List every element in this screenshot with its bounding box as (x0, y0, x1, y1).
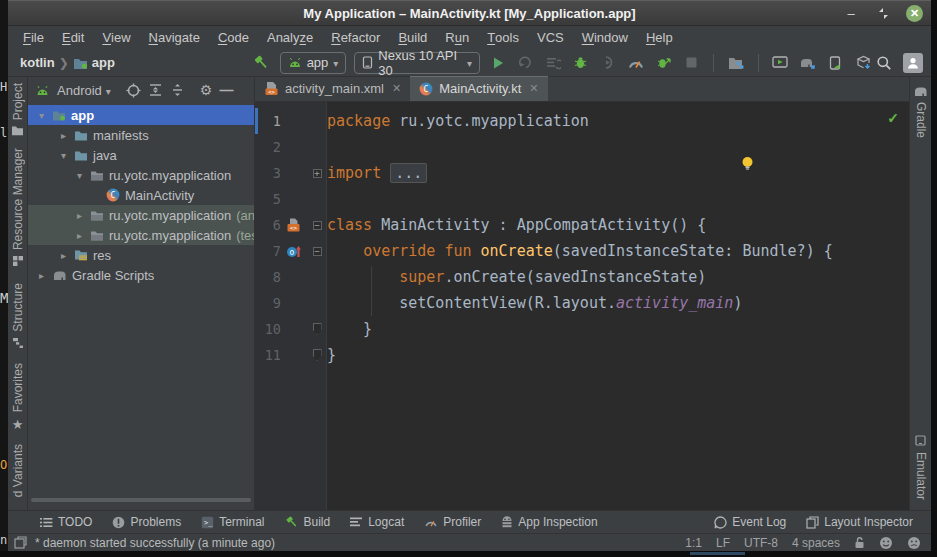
line-number[interactable]: 8 (255, 269, 281, 285)
sidebar-item-structure[interactable]: Structure (11, 283, 25, 349)
menu-build[interactable]: Build (389, 26, 436, 49)
tree-item-mainactivity[interactable]: C MainActivity (28, 185, 254, 205)
build-button[interactable]: Build (277, 511, 339, 533)
tree-item-package-androidtest[interactable]: ▸ ru.yotc.myapplication (and (28, 205, 254, 225)
menu-file[interactable]: File (14, 26, 53, 49)
code-line[interactable]: 5 (255, 186, 909, 212)
tab-mainactivity-kt[interactable]: C MainActivity.kt ✕ (410, 76, 547, 101)
intention-lightbulb-icon[interactable] (741, 156, 754, 171)
layout-inspector-button[interactable]: Layout Inspector (798, 511, 921, 533)
menu-help[interactable]: Help (637, 26, 682, 49)
sidebar-item-favorites[interactable]: Favorites ★ (11, 363, 25, 432)
sidebar-item-build-variants[interactable]: d Variants (11, 444, 25, 497)
tree-item-java[interactable]: ▾ java (28, 145, 254, 165)
tab-activity-main-xml[interactable]: <> activity_main.xml ✕ (255, 76, 410, 101)
chevron-expanded-icon[interactable]: ▾ (74, 170, 85, 181)
profiler-button[interactable] (626, 52, 646, 74)
sad-face-icon[interactable] (907, 536, 921, 550)
line-number[interactable]: 7 (255, 243, 281, 259)
close-tab-icon[interactable]: ✕ (392, 82, 401, 95)
fold-end-icon[interactable] (313, 323, 322, 335)
fold-collapse-icon[interactable]: − (313, 221, 322, 230)
tree-item-gradle-scripts[interactable]: ▸ Gradle Scripts (28, 265, 254, 285)
code-line[interactable]: 2 (255, 134, 909, 160)
chevron-collapsed-icon[interactable]: ▸ (74, 230, 85, 241)
user-avatar[interactable] (903, 53, 923, 73)
project-view-selector[interactable]: Android (57, 83, 102, 98)
collapse-all-button[interactable] (170, 83, 185, 97)
code-line[interactable]: 3 + import ... (255, 160, 909, 186)
overrides-method-icon[interactable]: o (286, 245, 302, 258)
terminal-button[interactable]: >_ Terminal (193, 511, 272, 533)
tree-item-app[interactable]: ▾ app (28, 105, 254, 125)
event-log-button[interactable]: Event Log (706, 511, 794, 533)
sidebar-item-emulator[interactable]: Emulator (914, 434, 928, 500)
build-hammer-button[interactable] (252, 52, 272, 74)
chevron-collapsed-icon[interactable]: ▸ (58, 130, 69, 141)
sdk-manager-button[interactable] (853, 52, 873, 74)
tree-item-package-main[interactable]: ▾ ru.yotc.myapplication (28, 165, 254, 185)
running-devices-button[interactable] (770, 52, 790, 74)
file-encoding[interactable]: UTF-8 (744, 536, 778, 550)
fold-end-icon[interactable] (313, 349, 322, 361)
unlock-icon[interactable] (854, 536, 865, 549)
menu-vcs[interactable]: VCS (528, 26, 573, 49)
logcat-button[interactable]: Logcat (342, 511, 412, 533)
fold-expand-icon[interactable]: + (313, 169, 322, 178)
code-line[interactable]: 11 } (255, 342, 909, 368)
close-button[interactable]: ✕ (906, 5, 923, 22)
code-line[interactable]: 1 package ru.yotc.myapplication (255, 108, 909, 134)
device-file-explorer-button[interactable] (726, 52, 746, 74)
folded-region[interactable]: ... (390, 163, 427, 183)
line-number[interactable]: 2 (255, 139, 281, 155)
breadcrumb-module[interactable]: kotlin (20, 55, 55, 70)
tree-item-manifests[interactable]: ▸ manifests (28, 125, 254, 145)
menu-analyze[interactable]: Analyze (258, 26, 322, 49)
apply-changes-button[interactable] (516, 52, 536, 74)
chevron-expanded-icon[interactable]: ▾ (36, 110, 47, 121)
sidebar-item-resource-manager[interactable]: Resource Manager (11, 148, 25, 267)
gear-icon[interactable]: ⚙ (200, 82, 213, 98)
status-message[interactable]: * daemon started successfully (a minute … (35, 536, 275, 550)
minimize-button[interactable]: – (842, 4, 860, 22)
close-tab-icon[interactable]: ✕ (529, 82, 538, 95)
tree-item-res[interactable]: ▸ res (28, 245, 254, 265)
gradle-sync-button[interactable] (798, 52, 818, 74)
code-line[interactable]: 10 } (255, 316, 909, 342)
code-line[interactable]: 9 setContentView(R.layout.activity_main) (255, 290, 909, 316)
sidebar-item-project[interactable]: Project (11, 83, 25, 136)
breadcrumb-item[interactable]: app (92, 55, 115, 70)
menu-run[interactable]: Run (436, 26, 478, 49)
chevron-collapsed-icon[interactable]: ▸ (74, 210, 85, 221)
debug-button[interactable] (571, 52, 591, 74)
menu-navigate[interactable]: Navigate (140, 26, 209, 49)
problems-button[interactable]: Problems (104, 511, 189, 533)
menu-window[interactable]: Window (573, 26, 637, 49)
code-line[interactable]: 6 <> − class MainActivity : AppCompatAct… (255, 212, 909, 238)
happy-face-icon[interactable] (879, 536, 893, 550)
profiler-tab-button[interactable]: Profiler (416, 511, 489, 533)
line-number[interactable]: 1 (255, 113, 281, 129)
run-configuration-select[interactable]: app (280, 52, 347, 74)
menu-edit[interactable]: Edit (53, 26, 93, 49)
code-line[interactable]: 7 o − override fun onCreate(savedInstanc… (255, 238, 909, 264)
device-select[interactable]: Nexus 10 API 30 (354, 52, 480, 74)
sidebar-item-gradle[interactable]: Gradle (913, 85, 928, 138)
chevron-collapsed-icon[interactable]: ▸ (58, 250, 69, 261)
caret-position[interactable]: 1:1 (685, 536, 702, 550)
search-everywhere-button[interactable] (873, 52, 895, 74)
line-number[interactable]: 6 (255, 217, 281, 233)
apply-code-changes-button[interactable] (543, 52, 563, 74)
line-number[interactable]: 5 (255, 191, 281, 207)
locate-file-button[interactable] (126, 83, 141, 98)
restore-button[interactable] (874, 4, 892, 22)
related-layout-file-icon[interactable]: <> (286, 217, 302, 233)
tree-item-package-test[interactable]: ▸ ru.yotc.myapplication (tes (28, 225, 254, 245)
line-number[interactable]: 3 (255, 165, 281, 181)
title-bar[interactable]: My Application – MainActivity.kt [My_App… (8, 0, 931, 26)
menu-refactor[interactable]: Refactor (322, 26, 389, 49)
indent-setting[interactable]: 4 spaces (792, 536, 840, 550)
inspection-ok-icon[interactable]: ✓ (887, 110, 899, 126)
hide-panel-button[interactable]: — (219, 82, 233, 98)
toggle-tool-windows-icon[interactable] (14, 536, 27, 549)
